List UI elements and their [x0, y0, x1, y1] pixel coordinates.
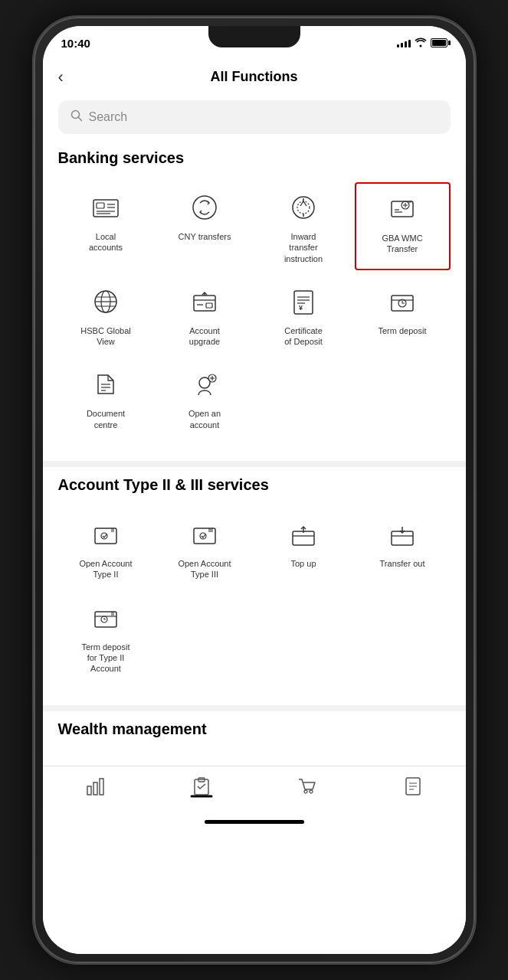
status-time: 10:40 — [61, 37, 90, 50]
svg-text:III: III — [208, 528, 213, 533]
search-placeholder: Search — [89, 110, 128, 124]
document-centre-item[interactable]: Documentcentre — [58, 359, 154, 436]
status-icons — [397, 38, 447, 49]
banking-grid: Localaccounts — [58, 182, 451, 436]
cny-transfers-label: CNY transfers — [179, 231, 231, 242]
notch — [208, 26, 300, 47]
search-container: Search — [43, 94, 466, 146]
nav-cart[interactable] — [297, 776, 318, 797]
certificate-deposit-item[interactable]: ¥ Certificateof Deposit — [256, 276, 352, 354]
svg-point-63 — [310, 790, 313, 793]
term-deposit-item[interactable]: Term deposit — [355, 276, 451, 354]
term-deposit-type2-label: Term depositfor Type IIAccount — [82, 642, 130, 675]
account-upgrade-icon — [185, 283, 224, 321]
svg-text:II: II — [111, 611, 114, 616]
open-account-item[interactable]: Open anaccount — [157, 359, 253, 436]
svg-rect-26 — [206, 303, 212, 308]
hsbc-global-label: HSBC GlobalView — [80, 325, 130, 348]
svg-text:¥: ¥ — [299, 304, 303, 312]
banking-section: Banking services — [43, 146, 466, 455]
open-account-label: Open anaccount — [188, 408, 221, 430]
nav-document[interactable] — [402, 776, 424, 797]
local-accounts-label: Localaccounts — [89, 231, 123, 253]
document-centre-icon — [87, 365, 125, 403]
account-type-section: Account Type II & III services II — [43, 473, 466, 698]
svg-rect-58 — [100, 779, 103, 795]
svg-line-1 — [78, 118, 81, 121]
gba-wmc-item[interactable]: ≡ GBA WMCTransfer — [355, 182, 451, 270]
wealth-section: Wealth management — [43, 717, 466, 766]
account-type-section-title: Account Type II & III services — [58, 473, 451, 494]
status-bar: 10:40 — [43, 26, 466, 60]
bottom-nav — [43, 766, 466, 809]
transfer-out-label: Transfer out — [380, 558, 425, 569]
bar-chart-icon — [85, 776, 107, 797]
certificate-deposit-icon: ¥ — [284, 283, 323, 321]
local-accounts-icon — [87, 188, 125, 227]
svg-text:≡: ≡ — [408, 199, 411, 204]
document-centre-label: Documentcentre — [87, 408, 125, 430]
hsbc-global-icon — [87, 283, 125, 321]
inward-transfer-item[interactable]: Inwardtransferinstruction — [256, 182, 352, 270]
wifi-icon — [415, 38, 427, 49]
battery-icon — [431, 38, 447, 47]
cart-icon — [297, 776, 318, 797]
svg-text:II: II — [111, 528, 114, 533]
transfer-out-item[interactable]: Transfer out — [355, 509, 451, 586]
home-indicator — [43, 809, 466, 835]
open-account-type2-label: Open AccountType II — [79, 558, 132, 580]
gba-wmc-icon: ≡ — [383, 190, 421, 228]
hsbc-global-item[interactable]: HSBC GlobalView — [58, 276, 154, 354]
local-accounts-item[interactable]: Localaccounts — [58, 182, 154, 270]
open-account-icon — [185, 365, 224, 403]
top-up-label: Top up — [290, 558, 316, 569]
svg-point-62 — [304, 790, 307, 793]
page-header: ‹ All Functions — [43, 60, 466, 94]
search-box[interactable]: Search — [58, 100, 451, 134]
document-icon — [402, 776, 424, 797]
cny-transfers-icon — [185, 188, 224, 227]
divider-2 — [43, 705, 466, 711]
svg-point-8 — [193, 196, 216, 219]
open-account-type2-icon: II — [87, 515, 125, 554]
open-account-type3-icon: III — [185, 515, 224, 554]
account-type-grid: II Open AccountType II III — [58, 509, 451, 680]
svg-rect-48 — [293, 531, 314, 545]
search-icon — [70, 109, 83, 125]
inward-transfer-icon — [284, 188, 323, 227]
nav-clipboard[interactable] — [191, 776, 212, 797]
page-title: All Functions — [211, 69, 298, 85]
svg-rect-3 — [97, 203, 104, 208]
account-upgrade-item[interactable]: Accountupgrade — [157, 276, 253, 354]
svg-point-10 — [297, 201, 310, 214]
term-deposit-label: Term deposit — [379, 325, 427, 336]
svg-rect-56 — [87, 786, 91, 795]
account-upgrade-label: Accountupgrade — [189, 325, 220, 348]
signal-icon — [397, 38, 411, 47]
certificate-deposit-label: Certificateof Deposit — [284, 325, 323, 348]
nav-bar-chart[interactable] — [85, 776, 107, 797]
clipboard-icon — [191, 776, 212, 797]
top-up-item[interactable]: Top up — [256, 509, 352, 586]
svg-rect-27 — [294, 291, 313, 314]
open-account-type3-item[interactable]: III Open AccountType III — [157, 509, 253, 586]
top-up-icon — [284, 515, 323, 554]
inward-transfer-label: Inwardtransferinstruction — [284, 231, 323, 264]
banking-section-title: Banking services — [58, 146, 451, 167]
svg-rect-57 — [93, 782, 97, 795]
term-deposit-type2-icon: II — [87, 599, 125, 637]
open-account-type3-label: Open AccountType III — [178, 558, 231, 580]
term-deposit-icon — [383, 283, 421, 321]
app-content: ‹ All Functions Search Banking ser — [43, 60, 466, 954]
back-button[interactable]: ‹ — [58, 69, 64, 86]
divider-1 — [43, 461, 466, 467]
term-deposit-type2-item[interactable]: II Term depositfor Type IIAccount — [58, 593, 154, 681]
gba-wmc-label: GBA WMCTransfer — [382, 233, 422, 255]
home-bar — [205, 820, 304, 824]
wealth-section-title: Wealth management — [58, 717, 451, 738]
transfer-out-icon — [383, 515, 421, 554]
open-account-type2-item[interactable]: II Open AccountType II — [58, 509, 154, 586]
cny-transfers-item[interactable]: CNY transfers — [157, 182, 253, 270]
